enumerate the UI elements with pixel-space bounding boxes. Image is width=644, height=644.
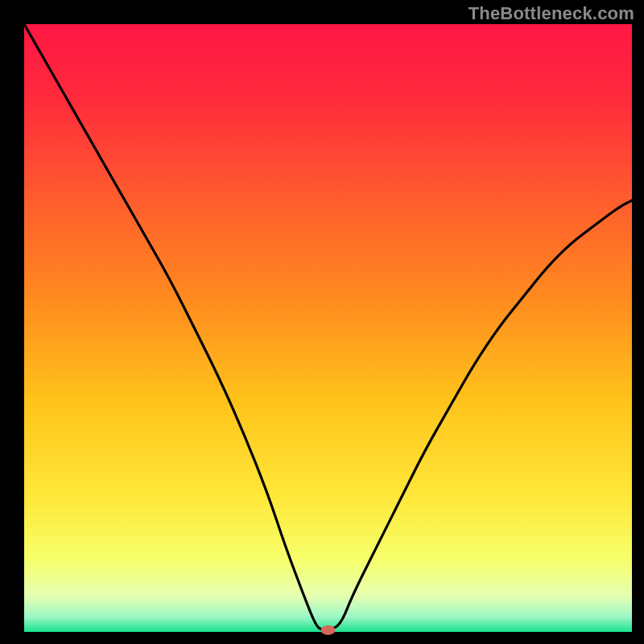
optimum-marker bbox=[321, 625, 336, 635]
bottleneck-chart: TheBottleneck.com bbox=[0, 0, 644, 644]
plot-background bbox=[24, 24, 632, 632]
chart-svg bbox=[0, 0, 644, 644]
